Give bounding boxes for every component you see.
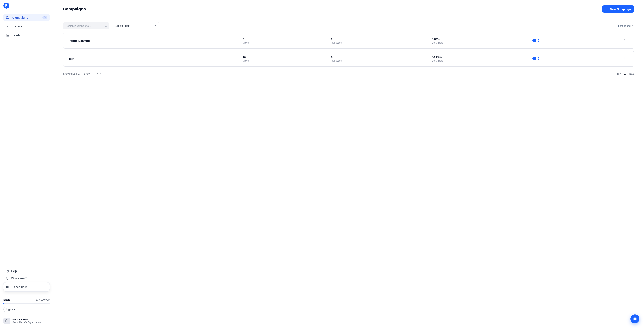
svg-point-14 (624, 60, 625, 60)
svg-rect-7 (6, 320, 8, 322)
sidebar-item-analytics[interactable]: Analytics (4, 22, 50, 30)
chevron-down-icon (100, 73, 102, 75)
page-size-value: 7 (97, 72, 98, 75)
search-wrap (63, 22, 110, 29)
metric-value: 0 (331, 37, 429, 41)
metric-label: Views (242, 41, 328, 44)
embed-code-link[interactable]: Embed Code (4, 283, 50, 292)
campaign-views: 0 Views (242, 37, 328, 44)
select-items-label: Select items (116, 24, 130, 27)
sidebar: P Campaigns 3 Analytics Le (0, 0, 53, 328)
metric-label: Conv. Rate (432, 41, 529, 44)
campaign-conv-rate: 56.25% Conv. Rate (432, 55, 529, 62)
sort-label: Last added (618, 24, 631, 27)
help-icon (6, 269, 9, 273)
row-actions-menu[interactable] (621, 57, 629, 60)
logo-row: P (4, 3, 50, 12)
campaign-enable-toggle[interactable] (532, 38, 539, 42)
campaign-row[interactable]: Popup Example 0 Views 0 Interaction 0.00… (63, 33, 634, 49)
show-label: Show (84, 72, 90, 75)
campaign-views: 16 Views (242, 55, 328, 62)
folder-icon (6, 15, 10, 19)
metric-label: Interaction (331, 59, 429, 62)
campaign-row[interactable]: Test 16 Views 9 Interaction 56.25% Conv.… (63, 51, 634, 67)
primary-nav: Campaigns 3 Analytics Leads (4, 12, 50, 39)
chat-icon (633, 317, 637, 321)
metric-value: 16 (242, 55, 328, 59)
sort-dropdown[interactable]: Last added (618, 24, 634, 27)
chevron-down-icon (154, 24, 156, 27)
bottom-link-label: What's new? (11, 277, 27, 280)
new-campaign-button[interactable]: New Campaign (602, 5, 634, 12)
search-input[interactable] (63, 22, 110, 29)
sidebar-item-leads[interactable]: Leads (4, 31, 50, 39)
select-items-dropdown[interactable]: Select items (112, 22, 159, 29)
main: Campaigns New Campaign Select items (53, 0, 644, 328)
plan-progress (4, 303, 50, 304)
metric-value: 9 (331, 55, 429, 59)
plan-name: Basic (4, 298, 10, 301)
showing-text: Showing 2 of 2 (63, 72, 80, 75)
user-name: Berna Partal (12, 318, 41, 321)
pager-prev[interactable]: Prev (616, 72, 621, 75)
metric-label: Views (242, 59, 328, 62)
metric-label: Interaction (331, 41, 429, 44)
sidebar-item-label: Leads (12, 34, 20, 37)
campaign-list: Popup Example 0 Views 0 Interaction 0.00… (63, 33, 634, 67)
pager: Prev 1 Next (616, 72, 634, 75)
campaign-interaction: 9 Interaction (331, 55, 429, 62)
sidebar-item-campaigns[interactable]: Campaigns 3 (4, 13, 50, 21)
chat-fab[interactable] (630, 315, 639, 323)
sidebar-item-label: Campaigns (12, 16, 28, 19)
analytics-icon (6, 24, 10, 28)
brand-logo[interactable]: P (4, 3, 9, 8)
campaign-toggle-wrap (532, 38, 618, 43)
svg-point-11 (624, 42, 625, 42)
search-icon (104, 24, 108, 27)
campaign-name: Test (68, 57, 240, 60)
page-title: Campaigns (63, 6, 86, 12)
svg-point-9 (624, 39, 625, 40)
table-footer: Showing 2 of 2 Show 7 Prev 1 Next (63, 67, 634, 76)
svg-point-13 (624, 58, 625, 59)
chevron-down-icon (632, 24, 634, 27)
toolbar: Select items Last added (63, 17, 634, 33)
target-icon (6, 285, 9, 289)
user-org: Berna Partal's Organization (12, 321, 41, 324)
user-block[interactable]: Berna Partal Berna Partal's Organization (4, 318, 50, 324)
metric-value: 0 (242, 37, 328, 41)
plan-block: Basic 27 / 100.000 Upgrade (4, 298, 50, 312)
svg-point-3 (7, 272, 7, 272)
metric-value: 0.00% (432, 37, 529, 41)
campaign-enable-toggle[interactable] (532, 56, 539, 60)
new-campaign-label: New Campaign (610, 7, 631, 11)
svg-point-8 (105, 25, 107, 26)
upgrade-button[interactable]: Upgrade (4, 307, 18, 312)
metric-value: 56.25% (432, 55, 529, 59)
brand-logo-letter: P (5, 4, 8, 8)
plan-usage: 27 / 100.000 (36, 298, 50, 301)
row-actions-menu[interactable] (621, 39, 629, 42)
svg-point-6 (7, 287, 8, 287)
pager-next[interactable]: Next (629, 72, 634, 75)
metric-label: Conv. Rate (432, 59, 529, 62)
bottom-link-label: Help (11, 270, 17, 273)
campaign-interaction: 0 Interaction (331, 37, 429, 44)
whats-new-link[interactable]: What's new? (4, 275, 50, 282)
help-link[interactable]: Help (4, 268, 50, 274)
sidebar-item-label: Analytics (12, 25, 24, 28)
svg-point-10 (624, 40, 625, 41)
svg-point-1 (7, 35, 8, 36)
pager-current[interactable]: 1 (624, 72, 626, 75)
leads-icon (6, 33, 10, 37)
bottom-link-label: Embed Code (12, 285, 28, 289)
page-size-select[interactable]: 7 (94, 71, 104, 76)
campaigns-count-badge: 3 (42, 16, 47, 19)
page-header: Campaigns New Campaign (63, 5, 634, 17)
avatar (4, 318, 10, 324)
campaign-conv-rate: 0.00% Conv. Rate (432, 37, 529, 44)
plus-icon (605, 7, 608, 11)
sidebar-divider (0, 295, 53, 295)
sidebar-bottom-links: Help What's new? Embed Code (4, 268, 50, 292)
bell-icon (6, 277, 9, 280)
